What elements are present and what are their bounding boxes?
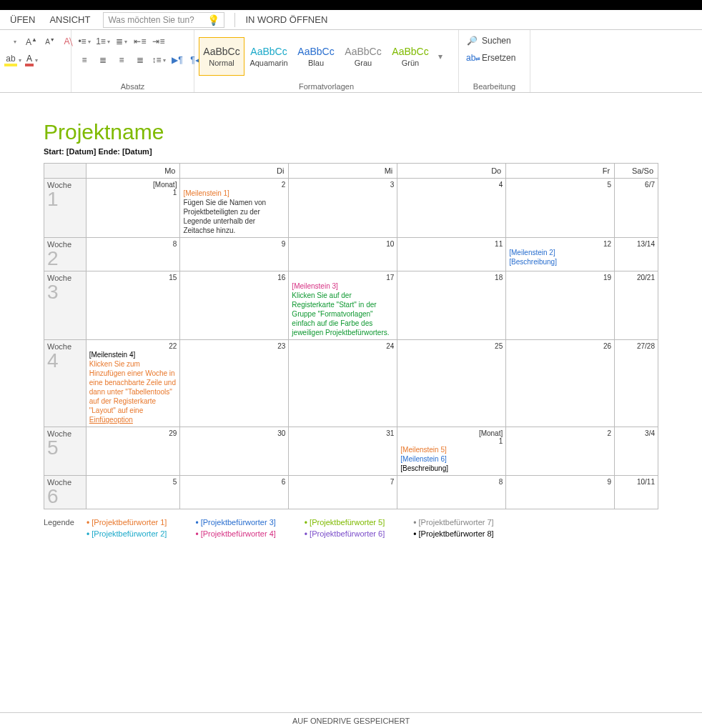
calendar-cell[interactable]: 9	[180, 238, 289, 271]
calendar-cell[interactable]: 25	[397, 340, 506, 427]
document-page[interactable]: Projektname Start: [Datum] Ende: [Datum]…	[8, 101, 694, 554]
align-justify-button[interactable]: ≣	[132, 51, 149, 69]
calendar-cell[interactable]: 3	[289, 179, 397, 238]
project-title[interactable]: Projektname	[44, 120, 658, 144]
calendar-row[interactable]: Woche5293031[Monat]1[Meilenstein 5][Meil…	[44, 427, 658, 476]
calendar-cell[interactable]: 27/28	[615, 340, 658, 427]
calendar-row[interactable]: Woche1[Monat]12[Meilenstein 1]Fügen Sie …	[44, 179, 658, 238]
calendar-row[interactable]: Woche422[Meilenstein 4]Klicken Sie zum H…	[44, 340, 658, 427]
calendar-cell[interactable]: 6	[180, 476, 289, 509]
calendar-row[interactable]: Woche289101112[Meilenstein 2][Beschreibu…	[44, 238, 658, 271]
legend-column: • [Projektbefürworter 1]• [Projektbefürw…	[86, 518, 167, 539]
calendar-cell[interactable]: 19	[506, 271, 615, 340]
style-sample: AaBbCc	[345, 46, 381, 57]
chevron-down-icon: ▾	[438, 51, 443, 61]
calendar-cell[interactable]: 13/14	[615, 238, 658, 271]
tab-ansicht[interactable]: ANSICHT	[42, 10, 97, 29]
tab-ueberpruefen[interactable]: ÜFEN	[3, 10, 42, 29]
decrease-indent-button[interactable]: ⇤≡	[132, 33, 149, 50]
style-gruen[interactable]: AaBbCc Grün	[387, 37, 433, 76]
calendar-cell[interactable]: 30	[180, 427, 289, 476]
calendar-cell[interactable]: 24	[289, 340, 397, 427]
calendar-cell[interactable]: 2[Meilenstein 1]Fügen Sie die Namen von …	[180, 179, 289, 238]
calendar-cell[interactable]: 31	[289, 427, 397, 476]
calendar-cell[interactable]: 15	[86, 271, 180, 340]
open-in-word-button[interactable]: IN WORD ÖFFNEN	[239, 14, 333, 25]
ltr-icon: ▶¶	[172, 55, 182, 65]
calendar-row[interactable]: Woche65678910/11	[44, 476, 658, 509]
legend-column: • [Projektbefürworter 7]• [Projektbefürw…	[413, 518, 493, 539]
calendar-cell[interactable]: 3/4	[615, 427, 658, 476]
legend-column: • [Projektbefürworter 3]• [Projektbefürw…	[195, 518, 275, 539]
calendar-cell[interactable]: 8	[86, 238, 180, 271]
align-center-button[interactable]: ≣	[94, 51, 112, 69]
header-week	[44, 164, 86, 179]
calendar-cell[interactable]: 5	[506, 179, 615, 238]
calendar-row[interactable]: Woche3151617[Meilenstein 3]Klicken Sie a…	[44, 271, 658, 340]
binoculars-icon: 🔎	[466, 36, 478, 46]
styles-expand-button[interactable]: ▾	[435, 51, 446, 61]
grow-font-icon: A▲	[26, 36, 37, 47]
font-color-button[interactable]: A	[23, 51, 40, 69]
style-grau[interactable]: AaBbCc Grau	[340, 37, 386, 76]
calendar-cell[interactable]: 4	[397, 179, 506, 238]
calendar-cell[interactable]: 18	[397, 271, 506, 340]
calendar-cell[interactable]: 2	[506, 427, 615, 476]
tell-me-box[interactable]: Was möchten Sie tun? 💡	[103, 12, 224, 28]
ribbon: A▲ A▼ A⧹ ab A •≡	[0, 30, 702, 93]
calendar-cell[interactable]: 6/7	[615, 179, 658, 238]
header-mi: Mi	[289, 164, 397, 179]
highlight-dropdown[interactable]: ab	[4, 51, 21, 69]
week-label-cell: Woche4	[44, 340, 86, 427]
project-dates[interactable]: Start: [Datum] Ende: [Datum]	[44, 147, 658, 156]
calendar-cell[interactable]: 8	[397, 476, 506, 509]
calendar-cell[interactable]: 11	[397, 238, 506, 271]
calendar-cell[interactable]: 12[Meilenstein 2][Beschreibung]	[506, 238, 615, 271]
font-color-dropdown[interactable]	[4, 33, 21, 50]
calendar-cell[interactable]: 23	[180, 340, 289, 427]
line-spacing-button[interactable]: ↕≡	[150, 51, 167, 69]
replace-button[interactable]: ab⇄ Ersetzen	[463, 50, 518, 66]
calendar-cell[interactable]: [Monat]1	[86, 179, 180, 238]
ltr-button[interactable]: ▶¶	[169, 51, 186, 69]
style-blau[interactable]: AaBbCc Blau	[293, 37, 339, 76]
multilevel-button[interactable]: ≣	[113, 33, 130, 50]
bullets-button[interactable]: •≡	[76, 33, 93, 50]
calendar-table[interactable]: Mo Di Mi Do Fr Sa/So Woche1[Monat]12[Mei…	[44, 163, 658, 509]
calendar-cell[interactable]: 10/11	[615, 476, 658, 509]
shrink-font-button[interactable]: A▼	[41, 33, 59, 50]
numbering-icon: 1≡	[96, 36, 106, 46]
highlight-icon: ab	[4, 54, 16, 66]
calendar-cell[interactable]: [Monat]1[Meilenstein 5][Meilenstein 6][B…	[397, 427, 506, 476]
align-left-button[interactable]: ≡	[76, 51, 93, 69]
style-normal[interactable]: AaBbCc Normal	[199, 37, 244, 76]
line-spacing-icon: ↕≡	[152, 55, 161, 65]
grow-font-button[interactable]: A▲	[23, 33, 40, 50]
find-label: Suchen	[482, 36, 511, 46]
multilevel-icon: ≣	[116, 36, 123, 46]
calendar-cell[interactable]: 9	[506, 476, 615, 509]
calendar-cell[interactable]: 5	[86, 476, 180, 509]
style-sample: AaBbCc	[203, 46, 239, 57]
increase-indent-button[interactable]: ⇥≡	[150, 33, 167, 50]
align-left-icon: ≡	[81, 55, 86, 65]
calendar-cell[interactable]: 29	[86, 427, 180, 476]
find-button[interactable]: 🔎 Suchen	[463, 33, 514, 49]
calendar-cell[interactable]: 10	[289, 238, 397, 271]
calendar-cell[interactable]: 22[Meilenstein 4]Klicken Sie zum Hinzufü…	[86, 340, 180, 427]
outdent-icon: ⇤≡	[134, 36, 146, 46]
align-right-button[interactable]: ≡	[113, 51, 130, 69]
header-saso: Sa/So	[615, 164, 658, 179]
calendar-cell[interactable]: 26	[506, 340, 615, 427]
numbering-button[interactable]: 1≡	[94, 33, 112, 50]
style-aquamarin[interactable]: AaBbCc Aquamarin	[246, 37, 292, 76]
calendar-cell[interactable]: 20/21	[615, 271, 658, 340]
calendar-cell[interactable]: 17[Meilenstein 3]Klicken Sie auf der Reg…	[289, 271, 397, 340]
legend: Legende • [Projektbefürworter 1]• [Proje…	[44, 518, 658, 539]
calendar-cell[interactable]: 7	[289, 476, 397, 509]
legend-item: • [Projektbefürworter 6]	[305, 529, 385, 539]
align-right-icon: ≡	[119, 55, 124, 65]
calendar-cell[interactable]: 16	[180, 271, 289, 340]
style-sample: AaBbCc	[250, 46, 287, 57]
group-label-font	[4, 79, 66, 91]
